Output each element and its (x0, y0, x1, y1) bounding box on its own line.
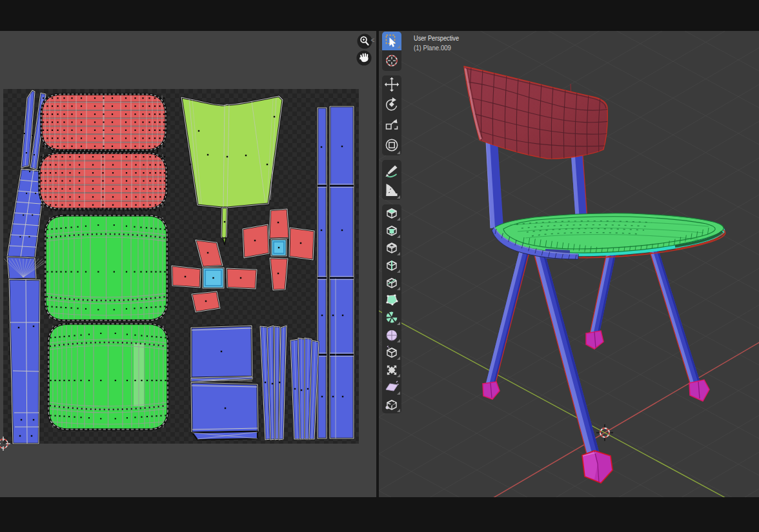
svg-text:<: < (371, 37, 375, 44)
svg-text:User Perspective: User Perspective (414, 34, 459, 42)
svg-text:(1) Plane.009: (1) Plane.009 (414, 44, 451, 52)
